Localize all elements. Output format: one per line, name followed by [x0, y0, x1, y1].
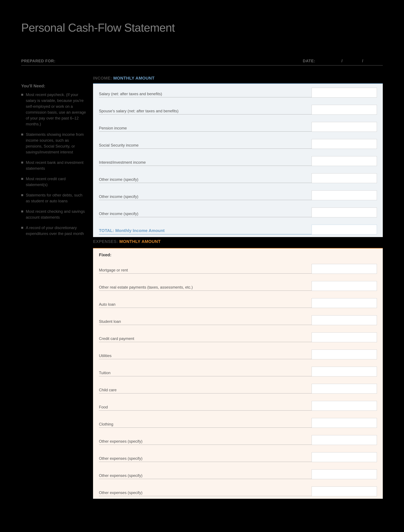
expense-row: Student loan [99, 315, 377, 325]
income-input-salary[interactable] [312, 88, 377, 97]
expense-input-real-estate[interactable] [312, 281, 377, 291]
row-label: Tuition [99, 371, 308, 376]
row-label: Salary (net: after taxes and benefits) [99, 92, 308, 97]
income-row: Other income (specify) [99, 173, 377, 183]
income-row: Spouse's salary (net: after taxes and be… [99, 105, 377, 114]
expense-row: Other real estate payments (taxes, asses… [99, 281, 377, 291]
sidebar-item: Most recent credit card statement(s) [21, 176, 86, 188]
expenses-panel: Fixed: Mortgage or rent Other real estat… [93, 248, 383, 499]
row-label: Utilities [99, 354, 308, 359]
expense-input-mortgage[interactable] [312, 264, 377, 274]
expense-row: Other expenses (specify) [99, 469, 377, 479]
row-label: Spouse's salary (net: after taxes and be… [99, 109, 308, 114]
row-label: Food [99, 405, 308, 410]
expense-row: Tuition [99, 367, 377, 376]
row-label: Clothing [99, 422, 308, 427]
row-label: Other income (specify) [99, 177, 308, 183]
expense-row: Other expenses (specify) [99, 452, 377, 462]
income-row: Other income (specify) [99, 208, 377, 217]
row-label: Other expenses (specify) [99, 439, 308, 445]
expense-row: Other expenses (specify) [99, 435, 377, 445]
expense-row: Mortgage or rent [99, 264, 377, 274]
row-label: Other real estate payments (taxes, asses… [99, 285, 308, 291]
expense-row: Food [99, 401, 377, 411]
expense-row: Other expenses (specify) [99, 487, 377, 496]
income-input-other-3[interactable] [312, 208, 377, 217]
sidebar-list: Most recent paycheck. (If your salary is… [21, 92, 86, 237]
income-section-header: INCOME: MONTHLY AMOUNT [93, 74, 383, 83]
row-label: Mortgage or rent [99, 268, 308, 273]
expense-row: Utilities [99, 349, 377, 359]
income-panel: Salary (net: after taxes and benefits) S… [93, 83, 383, 237]
row-label: Other expenses (specify) [99, 473, 308, 479]
prepared-for-label: PREPARED FOR: [21, 59, 56, 63]
page-title: Personal Cash-Flow Statement [21, 21, 383, 34]
date-label: DATE: [303, 59, 315, 63]
income-input-social-security[interactable] [312, 139, 377, 149]
date-slash-2: / [362, 59, 363, 63]
row-label: Other expenses (specify) [99, 490, 308, 496]
row-label: Child care [99, 388, 308, 393]
expense-input-food[interactable] [312, 401, 377, 411]
income-input-interest[interactable] [312, 156, 377, 166]
income-input-other-2[interactable] [312, 190, 377, 200]
income-total-row: TOTAL: Monthly Income Amount [99, 225, 377, 234]
sidebar-item: A record of your discretionary expenditu… [21, 225, 86, 237]
expense-input-auto-loan[interactable] [312, 298, 377, 308]
expense-input-clothing[interactable] [312, 418, 377, 428]
income-label: INCOME: [93, 76, 112, 81]
expense-input-other-1[interactable] [312, 435, 377, 445]
expense-row: Child care [99, 384, 377, 393]
income-row: Pension income [99, 122, 377, 132]
sidebar-title: You'll Need: [21, 83, 86, 89]
income-row: Other income (specify) [99, 190, 377, 200]
sidebar: You'll Need: Most recent paycheck. (If y… [21, 74, 86, 499]
sidebar-item: Most recent paycheck. (If your salary is… [21, 92, 86, 127]
expenses-fixed-label: Fixed: [99, 252, 377, 257]
row-label: Credit card payment [99, 336, 308, 342]
row-label: Student loan [99, 319, 308, 325]
expenses-sublabel: MONTHLY AMOUNT [119, 239, 161, 244]
expense-input-child-care[interactable] [312, 384, 377, 393]
income-row: Salary (net: after taxes and benefits) [99, 88, 377, 97]
header-row: PREPARED FOR: DATE: / / [21, 59, 383, 66]
income-input-pension[interactable] [312, 122, 377, 132]
income-input-other-1[interactable] [312, 173, 377, 183]
expense-input-other-4[interactable] [312, 487, 377, 496]
row-label: Auto loan [99, 302, 308, 308]
income-row: Interest/investment income [99, 156, 377, 166]
row-label: Interest/investment income [99, 160, 308, 166]
content: INCOME: MONTHLY AMOUNT Salary (net: afte… [93, 74, 383, 499]
income-row: Social Security income [99, 139, 377, 149]
expense-input-utilities[interactable] [312, 349, 377, 359]
expense-row: Clothing [99, 418, 377, 428]
expense-row: Auto loan [99, 298, 377, 308]
expenses-section-header: EXPENSES: MONTHLY AMOUNT [93, 237, 383, 247]
expense-input-student-loan[interactable] [312, 315, 377, 325]
row-label: Pension income [99, 126, 308, 131]
expense-input-tuition[interactable] [312, 367, 377, 376]
income-sublabel: MONTHLY AMOUNT [113, 76, 155, 81]
sidebar-item: Most recent checking and savings account… [21, 209, 86, 220]
income-input-spouse-salary[interactable] [312, 105, 377, 115]
sidebar-item: Statements showing income from income so… [21, 132, 86, 155]
sidebar-item: Statements for other debts, such as stud… [21, 192, 86, 204]
date-slash-1: / [341, 59, 343, 63]
row-label: Other income (specify) [99, 211, 308, 217]
sidebar-item: Most recent bank and investment statemen… [21, 160, 86, 171]
row-label: Other expenses (specify) [99, 456, 308, 462]
row-label: Other income (specify) [99, 194, 308, 200]
income-total-input[interactable] [312, 225, 377, 234]
expense-row: Credit card payment [99, 332, 377, 342]
row-label: Social Security income [99, 143, 308, 149]
income-total-label: TOTAL: Monthly Income Amount [99, 228, 308, 234]
expense-input-other-2[interactable] [312, 452, 377, 462]
expenses-label: EXPENSES: [93, 239, 118, 244]
expense-input-other-3[interactable] [312, 469, 377, 479]
expense-input-credit-card[interactable] [312, 332, 377, 342]
